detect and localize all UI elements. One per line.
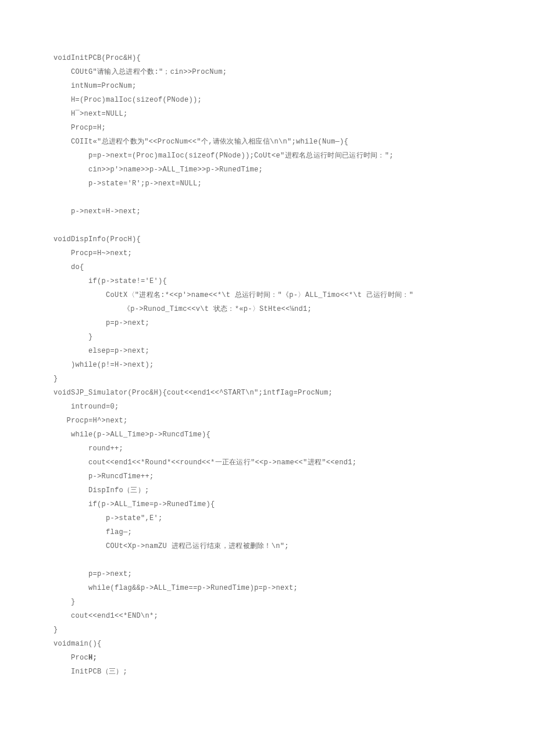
code-line: voidDispInfo(ProcH){ — [54, 235, 141, 243]
code-line: elsep=p->next; — [54, 347, 149, 355]
code-line: COUtG″请输入总进程个数:″；cin>>ProcNum; — [54, 68, 227, 76]
code-line: DispInfo（三）; — [54, 486, 149, 495]
code-line: voidSJP_Simulator(Proc&H){cout<<end1<<^S… — [54, 389, 333, 397]
code-line: cout<<end1<<*Round*<<round<<*一正在运行″<<p->… — [54, 458, 356, 467]
code-line: COUt<Xp->namZU 进程己运行结束，进程被删除！\n″; — [54, 542, 289, 550]
code-line: Procp=H; — [54, 124, 106, 132]
code-line: H=(Proc)malIoc(sizeof(PNode)); — [54, 96, 202, 104]
code-line: if(p->state!='E'){ — [54, 277, 167, 285]
code-line: ProcH; — [54, 654, 97, 662]
code-line: CoUtX〈″进程名:*<<p'>name<<*\t 总运行时间：″《p-〉AL… — [54, 291, 413, 299]
code-line: p->next=H->next; — [54, 207, 141, 216]
code-line: } — [54, 598, 76, 606]
code-line: p->RuncdTime++; — [54, 472, 154, 481]
code-line: )while(p!=H->next); — [54, 361, 154, 369]
code-line: if(p->ALL_Time=p->RunedTime){ — [54, 500, 215, 508]
code-line: H‾>next=NULL; — [54, 110, 128, 118]
code-block: voidInitPCB(Proc&H){ COUtG″请输入总进程个数:″；ci… — [54, 51, 482, 679]
code-line: COIIt«″总进程个数为″<<ProcNum<<″个,请依次输入相应信\n\n… — [54, 138, 348, 146]
bold-text: H; — [88, 654, 97, 662]
code-line: p=p->next=(Proc)malIoc(sizeof(PNode));Co… — [54, 152, 394, 160]
code-line: Procp=H~>next; — [54, 249, 132, 257]
code-line: p=p->next; — [54, 570, 132, 578]
code-line: intNum=ProcNum; — [54, 82, 137, 90]
code-line: cin>>p'>name>>p->ALL_Time>>p->RunedTime; — [54, 166, 263, 174]
code-line: while(flag&&p->ALL_Time==p->RunedTime)p=… — [54, 584, 298, 592]
code-line: p->state='R';p->next=NULL; — [54, 180, 202, 188]
code-line: InitPCB（三）; — [54, 668, 127, 676]
code-line: do{ — [54, 263, 84, 271]
code-line: voidmain(){ — [54, 640, 102, 648]
code-line: Procp=H^>next; — [54, 417, 128, 425]
code-line: cout<<end1<<*END\n*; — [54, 612, 158, 620]
code-line: p=p->next; — [54, 319, 149, 327]
code-line: p->state",E'; — [54, 514, 163, 522]
code-line: round++; — [54, 445, 123, 453]
code-line: flag—; — [54, 528, 132, 536]
code-line: } — [54, 333, 93, 341]
code-line: } — [54, 375, 58, 383]
code-line: 《p->Runod_Timc<<v\t 状态：*«p-〉StHte<<⅛nd1; — [54, 305, 312, 313]
code-line: while(p->ALL_Time>p->RuncdTime){ — [54, 431, 211, 439]
code-line: } — [54, 626, 58, 634]
code-line: intround=0; — [54, 403, 119, 411]
code-line: voidInitPCB(Proc&H){ — [54, 54, 141, 62]
